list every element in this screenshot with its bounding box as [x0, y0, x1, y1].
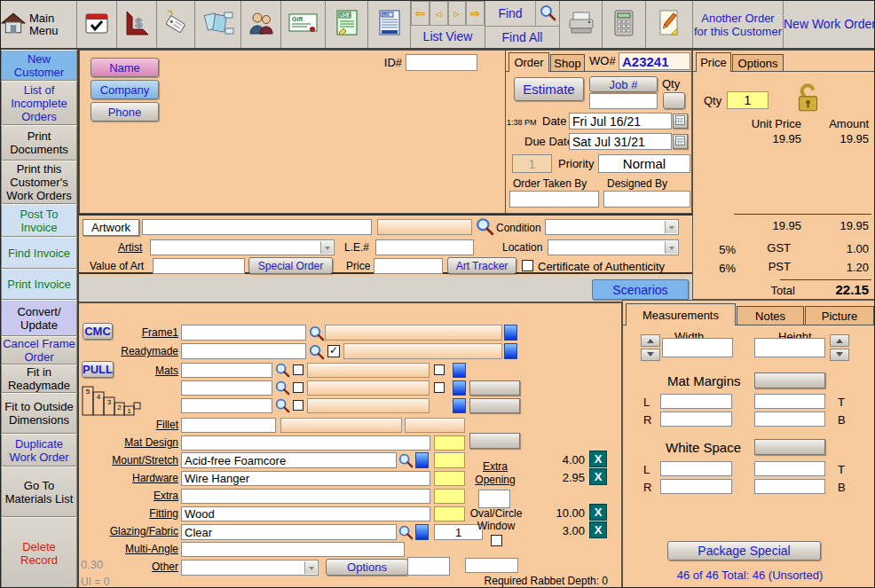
condition-dropdown[interactable] — [545, 219, 679, 235]
fitting-price-field[interactable] — [434, 506, 465, 521]
tab-measurements[interactable]: Measurements — [626, 303, 736, 325]
special-order-button[interactable]: Special Order — [248, 257, 333, 274]
mats-checkbox-3[interactable] — [293, 400, 303, 411]
width-increment-button[interactable] — [641, 334, 660, 347]
condition-search-icon[interactable] — [475, 216, 493, 234]
mats-field-3[interactable] — [181, 398, 272, 413]
sidebar-item-print-customers-work-orders[interactable]: Print this Customer's Work Orders — [1, 161, 77, 204]
sidebar-item-print-documents[interactable]: Print Documents — [1, 125, 77, 161]
sidebar-item-find-invoice[interactable]: Find Invoice — [1, 237, 77, 269]
readymade-search-icon[interactable] — [308, 343, 326, 361]
mats-search-icon-3[interactable] — [274, 397, 292, 415]
tab-options[interactable]: Options — [732, 54, 784, 71]
tab-picture[interactable]: Picture — [805, 306, 874, 325]
hardware-label[interactable]: Hardware — [79, 473, 178, 484]
tab-price[interactable]: Price — [696, 52, 731, 72]
height-increment-button[interactable] — [830, 334, 849, 347]
hardware-price-field[interactable] — [434, 471, 465, 486]
main-menu-button[interactable]: Main Menu — [1, 1, 77, 48]
company-button[interactable]: Company — [91, 80, 159, 99]
mats-blue-button-2[interactable] — [453, 380, 466, 396]
artwork-title-field[interactable] — [142, 219, 372, 235]
white-space-left-field[interactable] — [660, 461, 732, 476]
sidebar-item-new-customer[interactable]: New Customer — [1, 50, 77, 81]
artist-label[interactable]: Artist — [118, 242, 142, 254]
readymade-field[interactable] — [181, 343, 306, 359]
fitting-label[interactable]: Fitting — [79, 508, 178, 520]
margin-bottom-field[interactable] — [754, 412, 825, 427]
white-space-bottom-field[interactable] — [754, 479, 825, 494]
multi-angle-field[interactable] — [181, 542, 405, 557]
phone-button[interactable]: Phone — [91, 102, 159, 122]
designed-by-field[interactable] — [603, 191, 690, 208]
readymade-checkbox[interactable]: ✓ — [327, 345, 340, 357]
another-order-button[interactable]: Another Order for this Customer — [693, 1, 784, 48]
find-search-button[interactable] — [536, 1, 559, 26]
window-value-field[interactable] — [465, 558, 518, 573]
white-space-button[interactable] — [754, 439, 825, 455]
date-field[interactable]: Fri Jul 16/21 — [569, 113, 672, 129]
sidebar-item-fit-in-readymade[interactable]: Fit in Readymade — [1, 365, 77, 393]
mount-stretch-blue-button[interactable] — [415, 452, 429, 468]
other-dropdown[interactable] — [181, 560, 319, 576]
multi-angle-label[interactable]: Multi-Angle — [79, 544, 178, 555]
frame1-field[interactable] — [181, 325, 306, 341]
order-qty-button[interactable] — [663, 92, 685, 109]
sidebar-item-go-to-materials-list[interactable]: Go To Materials List — [1, 466, 77, 517]
extra-opening-field[interactable] — [478, 490, 510, 508]
margin-left-field[interactable] — [660, 394, 732, 409]
due-date-picker-button[interactable] — [673, 134, 688, 149]
package-special-button[interactable]: Package Special — [667, 541, 821, 561]
artwork-button[interactable]: Artwork — [83, 219, 139, 236]
art-price-field[interactable] — [374, 258, 443, 274]
print-toolbar-button[interactable] — [560, 1, 603, 48]
glazing-fabric-field[interactable]: Clear — [181, 524, 397, 540]
next-record-button[interactable]: ▹ — [448, 1, 467, 26]
art-tracker-button[interactable]: Art Tracker — [447, 257, 516, 274]
due-date-field[interactable]: Sat Jul 31/21 — [569, 133, 672, 150]
tab-order[interactable]: Order — [508, 52, 549, 72]
order-taken-by-field[interactable] — [509, 191, 599, 208]
scenarios-button[interactable]: Scenarios — [592, 279, 689, 300]
price-tag-toolbar-button[interactable] — [157, 1, 195, 48]
margin-right-field[interactable] — [660, 412, 732, 427]
calculator-toolbar-button[interactable] — [603, 1, 646, 48]
mats-checkbox-2[interactable] — [293, 382, 303, 393]
mat-margins-button[interactable] — [754, 372, 825, 388]
price-qty-field[interactable]: 1 — [727, 91, 769, 109]
invoice-toolbar-button[interactable]: INV. — [368, 1, 411, 48]
frame1-search-icon[interactable] — [308, 325, 326, 342]
certificate-checkbox[interactable] — [522, 260, 533, 271]
height-decrement-button[interactable] — [830, 349, 849, 361]
tab-notes[interactable]: Notes — [737, 306, 804, 325]
pricing-toolbar-button[interactable]: $ — [117, 1, 157, 48]
width-field[interactable] — [662, 338, 733, 357]
sidebar-item-convert-update[interactable]: Convert/ Update — [1, 300, 77, 336]
estimate-button[interactable]: Estimate — [514, 77, 584, 101]
mats-gray-button-2[interactable] — [469, 380, 520, 396]
mats-search-icon-2[interactable] — [274, 380, 292, 397]
artist-dropdown[interactable] — [150, 239, 335, 255]
location-dropdown[interactable] — [548, 239, 679, 255]
samples-toolbar-button[interactable] — [195, 1, 241, 48]
le-number-field[interactable] — [375, 239, 474, 255]
mats-blue-button-1[interactable] — [453, 363, 466, 378]
job-number-field[interactable] — [589, 93, 658, 109]
fitting-charge-delete-button[interactable]: X — [589, 504, 607, 521]
notes-toolbar-button[interactable] — [646, 1, 693, 48]
frame1-label[interactable]: Frame1 — [79, 327, 178, 339]
mount-stretch-field[interactable]: Acid-free Foamcore — [181, 452, 397, 468]
priority-field[interactable]: Normal — [598, 154, 690, 173]
mats-blue-button-3[interactable] — [453, 398, 466, 413]
prev-record-button[interactable]: ◃ — [430, 1, 448, 26]
other-value-field[interactable] — [407, 557, 450, 576]
date-picker-button[interactable] — [673, 114, 688, 129]
mats-option-checkbox-1[interactable] — [434, 365, 445, 375]
mount-stretch-label[interactable]: Mount/Stretch — [79, 455, 178, 466]
sidebar-item-print-invoice[interactable]: Print Invoice — [1, 269, 77, 300]
margin-top-field[interactable] — [754, 394, 825, 409]
width-decrement-button[interactable] — [641, 349, 660, 361]
sidebar-item-duplicate-work-order[interactable]: Duplicate Work Order — [1, 434, 77, 466]
extra-field[interactable] — [181, 489, 430, 504]
last-record-button[interactable]: ⇨ — [466, 1, 485, 26]
